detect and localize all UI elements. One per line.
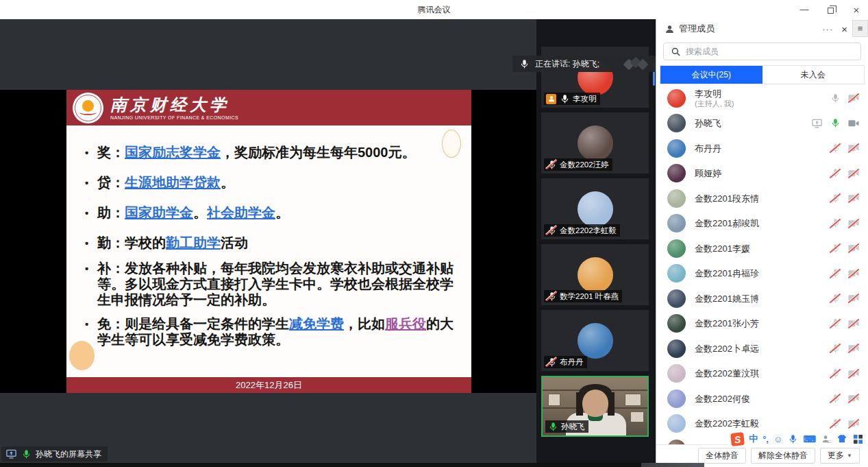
panel-more-button[interactable]: ··· (822, 24, 833, 34)
video-tile[interactable]: 数学2201 叶春燕 (541, 244, 649, 305)
sogou-logo-icon[interactable]: S (730, 432, 745, 446)
slide-link: 社会助学金 (207, 205, 275, 220)
university-name: 南京财经大学 (110, 96, 238, 114)
screen-share-status-pill[interactable]: 孙晓飞的屏幕共享 (1, 446, 108, 462)
mic-muted-icon[interactable] (830, 218, 841, 229)
slide-text: 。 (221, 175, 234, 190)
camera-off-icon[interactable] (848, 193, 859, 204)
unmute-all-button[interactable]: 解除全体静音 (751, 448, 815, 464)
camera-off-icon[interactable] (848, 318, 859, 329)
mic-muted-icon (546, 357, 557, 368)
mic-muted-icon[interactable] (830, 318, 841, 329)
member-row[interactable]: 金数2202董汶琪 (656, 361, 868, 387)
member-row[interactable]: 金数2201张小芳 (656, 311, 868, 337)
toolbox-icon[interactable] (852, 433, 863, 444)
camera-icon[interactable] (848, 118, 859, 129)
mic-muted-icon[interactable] (830, 168, 841, 179)
mic-muted-icon[interactable] (830, 368, 841, 379)
emoji-icon[interactable]: ☺ (773, 434, 782, 444)
mic-icon (519, 58, 530, 69)
slide-date: 2022年12月26日 (236, 379, 302, 392)
soft-keyboard-icon[interactable]: ⌨ (803, 434, 816, 444)
panel-close-button[interactable]: × (841, 23, 847, 35)
member-name: 金数2201段东情 (695, 193, 759, 204)
panel-menu-button[interactable]: ≡ (852, 20, 868, 37)
minimize-button[interactable]: — (799, 5, 809, 14)
screen-share-icon (811, 118, 822, 129)
mic-muted-icon[interactable] (830, 293, 841, 304)
mic-icon[interactable] (830, 93, 841, 104)
member-row[interactable]: 金数2201冉福珍 (656, 261, 868, 287)
window-title: 腾讯会议 (418, 4, 451, 16)
video-tile[interactable]: 布丹丹 (541, 310, 649, 371)
mic-muted-icon (546, 291, 557, 302)
camera-off-icon[interactable] (848, 168, 859, 179)
mic-muted-icon[interactable] (830, 243, 841, 254)
tab-in-meeting[interactable]: 会议中(25) (660, 66, 762, 84)
taskbar-edge (0, 463, 868, 467)
avatar (667, 414, 686, 433)
member-row[interactable]: 金数2201李媛 (656, 236, 868, 261)
chevron-down-icon: ▼ (847, 453, 852, 459)
camera-off-icon[interactable] (848, 143, 859, 154)
chinese-mode-icon[interactable]: 中 (749, 433, 758, 445)
camera-off-icon[interactable] (848, 218, 859, 229)
member-row[interactable]: 金数2202卜卓远 (656, 336, 868, 361)
avatar (667, 264, 686, 283)
mic-muted-icon[interactable] (830, 143, 841, 154)
camera-off-icon[interactable] (848, 343, 859, 354)
skin-center-icon[interactable] (836, 433, 847, 444)
handwriting-icon[interactable]: 12 (821, 433, 832, 444)
member-row[interactable]: 金数2201段东情 (656, 186, 868, 211)
member-search-box[interactable] (663, 43, 861, 60)
camera-off-icon[interactable] (848, 368, 859, 379)
more-button[interactable]: 更多▼ (820, 448, 860, 464)
member-row[interactable]: 顾娅婷 (656, 161, 868, 187)
member-row[interactable]: 布丹丹 (656, 136, 868, 161)
slide-link: 生源地助学贷款 (125, 175, 221, 190)
punctuation-mode-icon[interactable]: °, (762, 434, 769, 444)
svg-text:12: 12 (828, 440, 831, 444)
camera-off-icon[interactable] (848, 268, 859, 279)
slide-bullet: 奖：国家励志奖学金，奖励标准为每生每年5000元。 (83, 145, 459, 160)
maximize-button[interactable] (826, 5, 835, 14)
mic-muted-icon[interactable] (830, 193, 841, 204)
mic-muted-icon[interactable] (830, 418, 841, 429)
camera-off-icon[interactable] (848, 93, 859, 104)
mute-all-button[interactable]: 全体静音 (698, 448, 746, 464)
slide-text: 活动 (221, 235, 248, 250)
speaking-toast: 正在讲话: 孙晓飞; (512, 56, 656, 72)
tab-not-joined[interactable]: 未入会 (762, 66, 865, 84)
mic-speaking-icon[interactable] (830, 118, 841, 129)
slide-bullets: 奖：国家励志奖学金，奖励标准为每生每年5000元。贷：生源地助学贷款。助：国家助… (83, 145, 459, 348)
member-search-input[interactable] (686, 47, 854, 56)
video-tile[interactable]: 金数2202李虹毅 (541, 178, 649, 239)
slide-link: 国家励志奖学金 (125, 145, 221, 160)
slide-text: 。 (275, 205, 289, 220)
video-tile[interactable]: 金数2202汪婷 (541, 112, 649, 173)
mic-muted-icon[interactable] (830, 343, 841, 354)
member-row[interactable]: 金数2201姚玉博 (656, 286, 868, 311)
mic-muted-icon[interactable] (830, 393, 841, 404)
slide-text: ，奖励标准为每生每年5000元。 (221, 145, 416, 160)
camera-off-icon[interactable] (848, 418, 859, 429)
window-titlebar: 腾讯会议 — × (0, 0, 868, 19)
member-name: 金数2201张小芳 (695, 318, 759, 328)
member-name: 顾娅婷 (695, 168, 721, 178)
camera-off-icon[interactable] (848, 293, 859, 304)
member-row[interactable]: 金数2201郝竣凯 (656, 211, 868, 237)
camera-off-icon[interactable] (848, 243, 859, 254)
member-row[interactable]: 孙晓飞 (656, 111, 868, 136)
member-row[interactable]: 李攻明(主持人, 我) (656, 86, 868, 111)
member-row[interactable]: 金数2202何俊 (656, 386, 868, 411)
tile-name-label: 孙晓飞 (545, 420, 588, 433)
mic-muted-icon[interactable] (830, 268, 841, 279)
avatar (667, 339, 686, 358)
camera-off-icon[interactable] (848, 393, 859, 404)
close-button[interactable]: × (852, 5, 861, 14)
video-tile[interactable]: 孙晓飞 (541, 376, 649, 437)
voice-input-icon[interactable] (787, 433, 798, 444)
slide-link: 服兵役 (385, 316, 426, 331)
member-name: 金数2202卜卓远 (695, 344, 759, 354)
tile-name-label: 李攻明 (544, 93, 600, 105)
